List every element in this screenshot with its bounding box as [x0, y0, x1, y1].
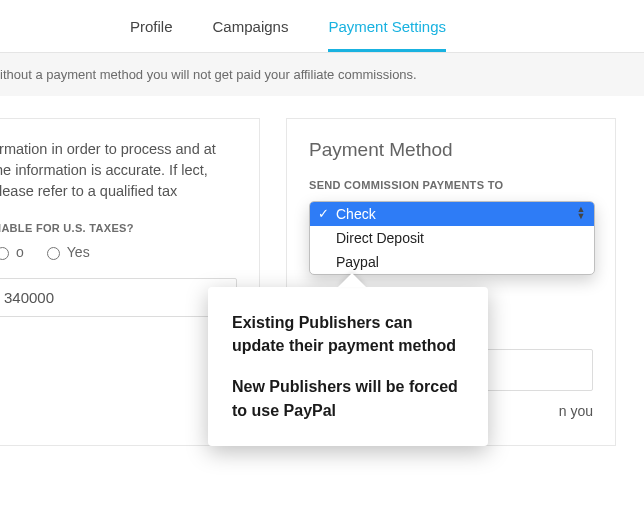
radio-no-input[interactable]	[0, 247, 9, 260]
tab-profile[interactable]: Profile	[130, 18, 173, 52]
dropdown-stepper-icon: ▲▼	[574, 206, 588, 224]
radio-yes-input[interactable]	[47, 247, 60, 260]
us-taxes-label: LIABLE FOR U.S. TAXES?	[0, 222, 237, 234]
tab-bar: Profile Campaigns Payment Settings	[0, 0, 644, 52]
dropdown-option-direct-deposit[interactable]: Direct Deposit	[310, 226, 594, 250]
info-banner: ithout a payment method you will not get…	[0, 53, 644, 96]
tooltip-line-1: Existing Publishers can update their pay…	[232, 311, 466, 357]
tab-campaigns[interactable]: Campaigns	[213, 18, 289, 52]
tooltip-line-2: New Publishers will be forced to use Pay…	[232, 375, 466, 421]
tax-intro-text: ormation in order to process and at the …	[0, 139, 237, 202]
radio-no-label: o	[16, 244, 24, 260]
us-taxes-radio-group: o Yes	[0, 244, 237, 260]
info-tooltip: Existing Publishers can update their pay…	[208, 287, 488, 446]
dropdown-option-paypal[interactable]: Paypal	[310, 250, 594, 274]
tab-payment-settings[interactable]: Payment Settings	[328, 18, 446, 52]
payment-method-title: Payment Method	[309, 139, 593, 161]
radio-no[interactable]: o	[0, 244, 24, 260]
tin-field[interactable]	[0, 278, 237, 317]
radio-yes-label: Yes	[67, 244, 90, 260]
send-commission-label: SEND COMMISSION PAYMENTS TO	[309, 179, 593, 191]
payment-method-dropdown[interactable]: Check Direct Deposit Paypal ▲▼	[309, 201, 595, 275]
radio-yes[interactable]: Yes	[42, 244, 90, 260]
dropdown-option-check[interactable]: Check	[310, 202, 594, 226]
